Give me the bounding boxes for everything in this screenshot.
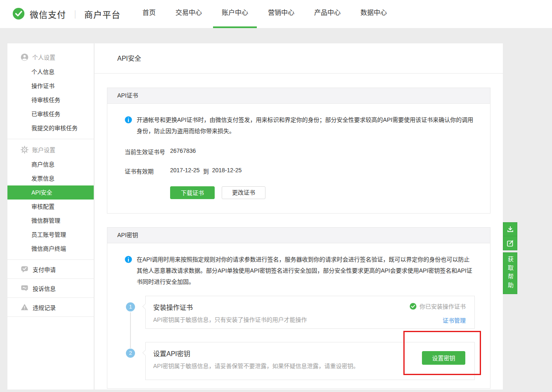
sidebar-item-wechat-group-mgmt[interactable]: 微信群管理 (7, 214, 94, 228)
sidebar-link-violation-record[interactable]: 违规记录 (7, 298, 94, 317)
sidebar-item-merchant-info[interactable]: 商户信息 (7, 157, 94, 171)
cert-valid-to: 2018-12-25 (212, 167, 242, 175)
sidebar-item-wechat-merchant-terminal[interactable]: 微信商户终端 (7, 242, 94, 256)
top-header: 微信支付 ｜ 商户平台 首页 交易中心 账户中心 营销中心 产品中心 数据中心 (0, 0, 552, 28)
certificate-info-row: 开通帐号和更换API证书时，由微信支付签发，用来标识和界定你的身份；部分安全性要… (125, 114, 474, 137)
api-key-panel: API密钥 在API调用时用来按照指定规则对你的请求参数进行签名，服务器收到你的… (107, 227, 490, 389)
cert-valid-conjunction: 到 (203, 167, 209, 175)
chat-bubble-icon (21, 284, 28, 292)
cert-validity-row: 证书有效期 2017-12-25 到 2018-12-25 (125, 167, 474, 175)
step-card-notch (142, 350, 148, 356)
api-key-steps: 1 2 安装操作证书 API密钥属于敏感信息，只有安装了操作证书的用户才能操作 (107, 296, 490, 381)
api-certificate-panel: API证书 开通帐号和更换API证书时，由微信支付签发，用来标识和界定你的身份；… (107, 88, 490, 214)
sidebar-item-my-submitted-tasks[interactable]: 我提交的审核任务 (7, 121, 94, 135)
step-install-cert-card: 安装操作证书 API密钥属于敏感信息，只有安装了操作证书的用户才能操作 你已安装… (145, 296, 475, 329)
info-icon (125, 256, 132, 263)
sidebar-account-list: 商户信息 发票信息 API安全 审核配置 微信群管理 员工账号管理 微信商户终端 (7, 157, 94, 256)
sidebar-link-label: 违规记录 (33, 303, 56, 311)
get-help-button[interactable]: 获取帮助 (503, 252, 517, 294)
api-key-info-text: 在API调用时用来按照指定规则对你的请求参数进行签名，服务器收到你的请求时会进行… (137, 254, 474, 287)
certificate-management-link[interactable]: 证书管理 (410, 316, 466, 324)
download-icon (506, 225, 514, 233)
nav-data-center[interactable]: 数据中心 (360, 0, 387, 28)
sidebar-item-review-config[interactable]: 审核配置 (7, 200, 94, 214)
step-2-badge: 2 (126, 349, 135, 358)
brand-name: 微信支付 (30, 8, 66, 20)
api-key-info-row: 在API调用时用来按照指定规则对你的请求参数进行签名，服务器收到你的请求时会进行… (125, 254, 474, 287)
sidebar-section-title: 个人设置 (32, 53, 55, 61)
sidebar-link-payment-application[interactable]: 支付申请 (7, 260, 94, 279)
change-certificate-button[interactable]: 更改证书 (222, 186, 265, 199)
set-api-key-button[interactable]: 设置密钥 (422, 351, 465, 365)
sidebar-item-operation-cert[interactable]: 操作证书 (7, 79, 94, 93)
sidebar-item-pending-review-tasks[interactable]: 待审核任务 (7, 93, 94, 107)
sidebar: 个人设置 个人信息 操作证书 待审核任务 已审核任务 我提交的审核任务 (7, 43, 94, 390)
download-certificate-button[interactable]: 下载证书 (170, 186, 215, 199)
brand-divider: ｜ (71, 8, 79, 20)
step-set-api-key-card: 设置API密钥 API密钥属于敏感信息，请妥善保管不要泄露，如果怀疑信息泄露，请… (145, 342, 475, 380)
platform-name: 商户平台 (84, 8, 121, 20)
warning-icon (21, 303, 28, 311)
sidebar-item-personal-info[interactable]: 个人信息 (7, 65, 94, 79)
cert-number-value: 26767836 (170, 147, 196, 156)
main-content: API安全 API证书 开通帐号和更换API证书时，由微信支付签发，用来标识和界… (95, 43, 503, 390)
page-title: API安全 (95, 43, 503, 74)
cert-valid-from: 2017-12-25 (170, 167, 200, 175)
brand-logo[interactable]: 微信支付 ｜ 商户平台 (12, 0, 121, 28)
wechat-pay-logo-icon (12, 7, 26, 21)
gear-icon (21, 146, 28, 154)
info-icon (125, 116, 132, 124)
nav-account-center[interactable]: 账户中心 (222, 0, 248, 28)
step-1-badge: 1 (126, 302, 135, 311)
floating-help-widget: 获取帮助 (503, 222, 517, 294)
screen: 微信支付 ｜ 商户平台 首页 交易中心 账户中心 营销中心 产品中心 数据中心 … (0, 0, 552, 392)
top-nav: 首页 交易中心 账户中心 营销中心 产品中心 数据中心 (142, 0, 387, 28)
sidebar-link-label: 投诉信息 (33, 284, 56, 292)
cert-installed-status-text: 你已安装操作证书 (419, 302, 466, 310)
sidebar-item-staff-account-mgmt[interactable]: 员工账号管理 (7, 228, 94, 242)
nav-marketing-center[interactable]: 营销中心 (268, 0, 294, 28)
user-icon (21, 53, 28, 61)
sidebar-section-account-settings: 账户设置 (7, 144, 94, 155)
nav-home[interactable]: 首页 (142, 0, 156, 28)
api-certificate-panel-title: API证书 (107, 88, 490, 104)
check-circle-icon (410, 303, 417, 310)
feedback-edit-icon (506, 239, 514, 247)
nav-product-center[interactable]: 产品中心 (314, 0, 341, 28)
chat-check-icon (21, 265, 28, 273)
sidebar-item-reviewed-tasks[interactable]: 已审核任务 (7, 107, 94, 121)
nav-transaction-center[interactable]: 交易中心 (175, 0, 202, 28)
sidebar-link-label: 支付申请 (33, 265, 56, 273)
feedback-shortcut-button[interactable] (503, 236, 517, 250)
download-shortcut-button[interactable] (503, 222, 517, 236)
sidebar-item-invoice-info[interactable]: 发票信息 (7, 171, 94, 185)
sidebar-divider (7, 139, 94, 139)
cert-validity-label: 证书有效期 (125, 167, 170, 175)
step-card-notch (142, 304, 148, 309)
sidebar-section-personal-settings: 个人设置 (7, 52, 94, 62)
cert-installed-status: 你已安装操作证书 (410, 302, 466, 310)
step-connector-line (130, 312, 131, 348)
sidebar-personal-list: 个人信息 操作证书 待审核任务 已审核任务 我提交的审核任务 (7, 65, 94, 135)
api-key-panel-title: API密钥 (107, 228, 490, 243)
sidebar-item-api-security[interactable]: API安全 (7, 185, 94, 200)
cert-number-label: 当前生效证书号 (125, 147, 170, 156)
sidebar-link-complaint-info[interactable]: 投诉信息 (7, 279, 94, 298)
cert-number-row: 当前生效证书号 26767836 (125, 147, 474, 156)
certificate-info-text: 开通帐号和更换API证书时，由微信支付签发，用来标识和界定你的身份；部分安全性要… (137, 114, 474, 137)
sidebar-section-title: 账户设置 (32, 145, 55, 154)
